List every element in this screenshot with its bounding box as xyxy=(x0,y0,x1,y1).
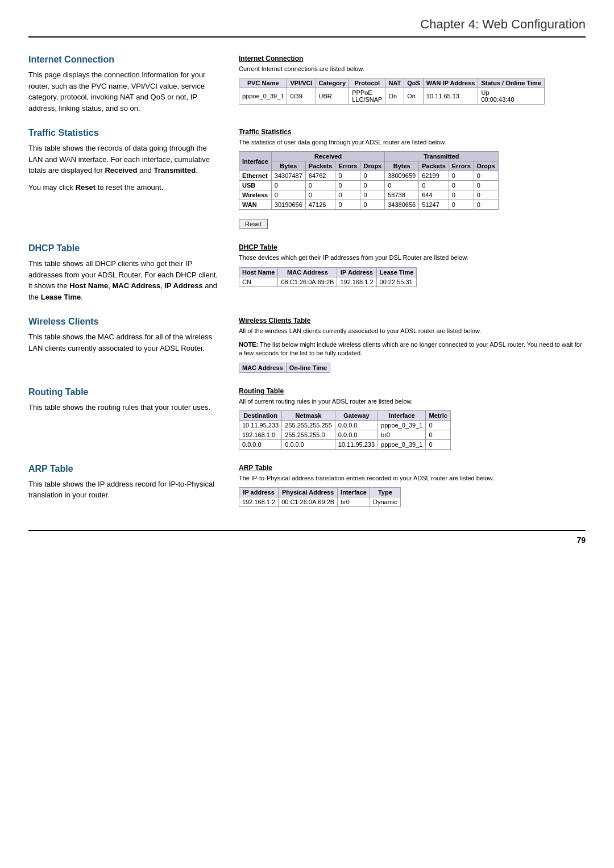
routing-right-title: Routing Table xyxy=(239,387,586,395)
cell-proto: PPPoELLC/SNAP xyxy=(349,88,385,105)
col-tx-drops: Drops xyxy=(474,161,498,171)
cell: 0 xyxy=(385,181,419,190)
traffic-desc-2: You may click xyxy=(28,183,73,192)
dhcp-bold-mac: MAC Address xyxy=(112,281,160,290)
traffic-statistics-heading: Traffic Statistics xyxy=(28,128,222,138)
traffic-bold-reset: Reset xyxy=(76,183,96,192)
cell-pvc: pppoe_0_39_1 xyxy=(239,88,287,105)
cell: 0 xyxy=(449,190,474,200)
col-rx-errors: Errors xyxy=(335,161,360,171)
cell: 34307487 xyxy=(271,171,305,181)
dhcp-right-title: DHCP Table xyxy=(239,243,586,251)
cell: 0 xyxy=(360,190,385,200)
col-nat: NAT xyxy=(385,78,404,88)
cell: 0 xyxy=(449,200,474,210)
col-qos: QoS xyxy=(404,78,424,88)
wireless-right-title: Wireless Clients Table xyxy=(239,317,586,325)
traffic-statistics-left: Traffic Statistics This table shows the … xyxy=(28,128,222,229)
traffic-right-title: Traffic Statistics xyxy=(239,128,586,136)
cell-netmask: 255.255.255.255 xyxy=(282,420,335,430)
note-bold: NOTE: xyxy=(239,341,258,348)
cell: 0 xyxy=(335,181,360,190)
wireless-note: NOTE: The list below might include wirel… xyxy=(239,340,586,358)
internet-connection-desc: This page displays the connection inform… xyxy=(28,69,222,114)
cell-wan-ip: 10.11.65.13 xyxy=(423,88,478,105)
traffic-bold-transmitted: Transmitted xyxy=(154,166,196,175)
cell: 0 xyxy=(360,181,385,190)
cell: 644 xyxy=(419,190,449,200)
cell: 0 xyxy=(271,190,305,200)
col-wan-ip: WAN IP Address xyxy=(423,78,478,88)
col-tx-errors: Errors xyxy=(449,161,474,171)
internet-connection-heading: Internet Connection xyxy=(28,55,222,65)
cell-gateway: 0.0.0.0 xyxy=(335,430,377,439)
col-rx-drops: Drops xyxy=(360,161,385,171)
dhcp-bold-lease: Lease Time xyxy=(41,293,81,301)
table-row: CN 08:C1:26:0A:69:2B 192.168.1.2 00:22:5… xyxy=(239,277,417,286)
wireless-clients-table: MAC Address On-line Time xyxy=(239,363,330,373)
arp-table-section: ARP Table This table shows the IP addres… xyxy=(28,464,586,507)
col-rx-bytes: Bytes xyxy=(271,161,305,171)
dhcp-bold-ip: IP Address xyxy=(164,281,202,290)
cell-lease: 00:22:55:31 xyxy=(376,277,417,286)
routing-left: Routing Table This table shows the routi… xyxy=(28,387,222,450)
routing-right-desc: All of current routing rules in your ADS… xyxy=(239,397,586,406)
cell-type: Dynamic xyxy=(370,497,400,507)
arp-right-title: ARP Table xyxy=(239,464,586,472)
cell-nat: On xyxy=(385,88,404,105)
cell-netmask: 255.255.255.0 xyxy=(282,430,335,439)
cell-iface: br0 xyxy=(378,430,426,439)
table-row: 192.168.1.0 255.255.255.0 0.0.0.0 br0 0 xyxy=(239,430,451,439)
wireless-left: Wireless Clients This table shows the MA… xyxy=(28,317,222,372)
cell: 0 xyxy=(335,190,360,200)
cell: 0 xyxy=(419,181,449,190)
traffic-desc-3: to reset the amount. xyxy=(98,183,164,192)
arp-left: ARP Table This table shows the IP addres… xyxy=(28,464,222,507)
col-mac-address: MAC Address xyxy=(239,363,287,372)
wireless-right: Wireless Clients Table All of the wirele… xyxy=(239,317,586,372)
cell-ip: 192.168.1.2 xyxy=(239,497,279,507)
col-protocol: Protocol xyxy=(349,78,385,88)
col-ip: IP Address xyxy=(337,267,376,277)
traffic-right-desc: The statistics of user data going throug… xyxy=(239,138,586,147)
cell-metric: 0 xyxy=(426,439,450,449)
iface-ethernet: Ethernet xyxy=(239,171,272,181)
table-row: Wireless 0 0 0 0 58738 644 0 0 xyxy=(239,190,499,200)
cell-dest: 0.0.0.0 xyxy=(239,439,282,449)
internet-connection-section: Internet Connection This page displays t… xyxy=(28,55,586,114)
cell-status: Up00:00:43:40 xyxy=(478,88,545,105)
table-row: pppoe_0_39_1 0/39 UBR PPPoELLC/SNAP On O… xyxy=(239,88,545,105)
cell-cat: UBR xyxy=(316,88,349,105)
routing-heading: Routing Table xyxy=(28,387,222,397)
dhcp-bold-hostname: Host Name xyxy=(69,281,108,290)
traffic-statistics-table: Interface Received Transmitted Bytes Pac… xyxy=(239,151,499,210)
arp-heading: ARP Table xyxy=(28,464,222,474)
table-row: 0.0.0.0 0.0.0.0 10.11.95.233 pppoe_0_39_… xyxy=(239,439,451,449)
traffic-and: and xyxy=(139,166,154,175)
cell: 0 xyxy=(305,181,335,190)
cell: 47126 xyxy=(305,200,335,210)
traffic-statistics-section: Traffic Statistics This table shows the … xyxy=(28,128,586,229)
internet-connection-right-title: Internet Connection xyxy=(239,55,586,63)
col-lease: Lease Time xyxy=(376,267,417,277)
col-pvc-name: PVC Name xyxy=(239,78,287,88)
traffic-bold-received: Received xyxy=(105,166,137,175)
col-hostname: Host Name xyxy=(239,267,278,277)
table-row: WAN 30190656 47126 0 0 34380656 51247 0 … xyxy=(239,200,499,210)
traffic-reset-desc: You may click Reset to reset the amount. xyxy=(28,182,222,193)
table-row: 192.168.1.2 00:C1:26:0A:69:2B br0 Dynami… xyxy=(239,497,401,507)
cell-mac: 08:C1:26:0A:69:2B xyxy=(278,277,337,286)
routing-right: Routing Table All of current routing rul… xyxy=(239,387,586,450)
traffic-statistics-desc: This table shows the records of data goi… xyxy=(28,143,222,176)
cell-gateway: 10.11.95.233 xyxy=(335,439,377,449)
col-rx-packets: Packets xyxy=(305,161,335,171)
routing-desc: This table shows the routing rules that … xyxy=(28,402,222,413)
cell-netmask: 0.0.0.0 xyxy=(282,439,335,449)
reset-button[interactable]: Reset xyxy=(239,219,268,229)
col-physical-address: Physical Address xyxy=(279,488,338,497)
cell-dest: 10.11.95.233 xyxy=(239,420,282,430)
cell: 64762 xyxy=(305,171,335,181)
cell: 0 xyxy=(474,171,498,181)
cell: 0 xyxy=(474,181,498,190)
dhcp-right: DHCP Table Those devices which get their… xyxy=(239,243,586,302)
